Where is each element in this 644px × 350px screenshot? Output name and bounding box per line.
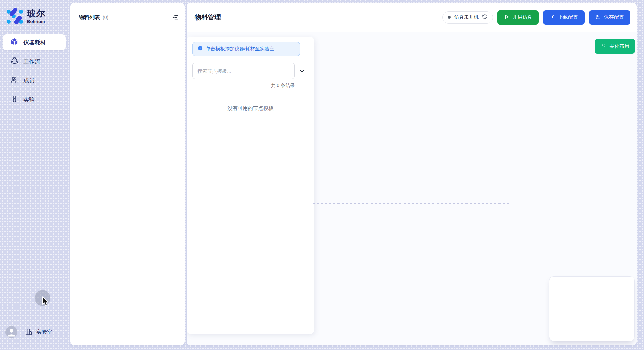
main-header: 物料管理 仿真未开机 — [187, 3, 637, 32]
chevron-down-icon[interactable] — [296, 65, 307, 76]
materials-panel-title: 物料列表 — [79, 14, 100, 21]
lab-label: 实验室 — [36, 329, 52, 335]
search-input[interactable] — [192, 63, 295, 79]
mouse-cursor — [42, 296, 50, 308]
canvas-guide-horizontal — [313, 203, 509, 204]
experiment-icon — [10, 95, 18, 105]
download-config-button[interactable]: 下载配置 — [543, 10, 585, 25]
canvas-minimap[interactable] — [549, 276, 635, 341]
file-download-icon — [550, 14, 555, 21]
sidebar: 玻尔 Bohrium 仪器耗材 — [0, 3, 68, 345]
refresh-icon[interactable] — [482, 14, 488, 21]
sidebar-item-experiments[interactable]: 实验 — [3, 92, 66, 108]
members-icon — [10, 76, 18, 86]
hint-banner: 单击模板添加仪器/耗材至实验室 — [192, 42, 300, 56]
simulation-status-label: 仿真未开机 — [454, 14, 479, 20]
beautify-layout-button[interactable]: 美化布局 — [595, 39, 635, 54]
sidebar-footer: 实验室 — [0, 326, 68, 345]
sidebar-item-label: 成员 — [23, 77, 35, 84]
status-dot — [448, 16, 451, 19]
sidebar-item-members[interactable]: 成员 — [3, 73, 66, 89]
canvas-guide-vertical — [497, 141, 497, 237]
user-avatar[interactable] — [5, 326, 17, 338]
simulation-status-pill[interactable]: 仿真未开机 — [442, 11, 493, 24]
materials-panel: 物料列表 (0) — [70, 3, 185, 345]
building-icon — [25, 328, 33, 337]
brand-name-zh: 玻尔 — [27, 9, 46, 19]
sidebar-item-label: 工作流 — [23, 58, 40, 65]
results-count: 共 0 条结果 — [192, 83, 295, 89]
page-title: 物料管理 — [195, 13, 221, 22]
sidebar-item-instruments[interactable]: 仪器耗材 — [3, 34, 66, 50]
flow-canvas[interactable]: 单击模板添加仪器/耗材至实验室 共 0 条结果 没有可用的节点模板 — [187, 32, 637, 345]
lab-switcher[interactable]: 实验室 — [25, 328, 52, 337]
app-root: 玻尔 Bohrium 仪器耗材 — [0, 0, 644, 350]
materials-count: (0) — [103, 15, 108, 20]
fold-list-icon[interactable] — [171, 13, 179, 22]
sidebar-item-workflow[interactable]: 工作流 — [3, 53, 66, 70]
save-config-button[interactable]: 保存配置 — [589, 10, 630, 25]
sidebar-nav: 仪器耗材 工作流 — [0, 34, 68, 108]
hint-banner-text: 单击模板添加仪器/耗材至实验室 — [206, 46, 274, 52]
main-panel: 物料管理 仿真未开机 — [187, 3, 637, 345]
save-icon — [596, 14, 601, 21]
start-simulation-button[interactable]: 开启仿真 — [497, 10, 539, 25]
bohrium-logo-icon — [5, 7, 23, 26]
brand-logo: 玻尔 Bohrium — [0, 5, 68, 34]
template-panel: 单击模板添加仪器/耗材至实验室 共 0 条结果 没有可用的节点模板 — [187, 37, 314, 334]
brand-name-en: Bohrium — [27, 19, 46, 24]
sidebar-item-label: 实验 — [23, 96, 35, 103]
sidebar-item-label: 仪器耗材 — [23, 39, 46, 46]
play-icon — [504, 14, 509, 21]
empty-state-text: 没有可用的节点模板 — [192, 105, 308, 112]
info-icon — [197, 45, 203, 52]
cube-icon — [10, 38, 18, 47]
workflow-icon — [10, 57, 18, 67]
sparkles-icon — [600, 43, 606, 50]
